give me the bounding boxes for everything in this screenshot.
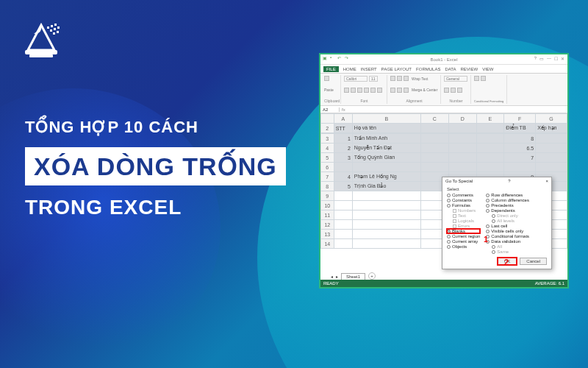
option-objects[interactable]: Objects [447,244,480,249]
cell[interactable] [334,210,352,220]
cell[interactable]: 8 [504,134,536,144]
cell[interactable] [476,144,504,153]
cell[interactable]: Phạm Lê Hồng Ng [352,172,420,182]
cell[interactable] [352,210,420,220]
option-last-cell[interactable]: Last cell [486,224,529,228]
cell[interactable] [536,134,567,144]
option-constants[interactable]: Constants [447,198,480,202]
cell[interactable] [536,163,567,172]
border-icon[interactable] [364,88,369,93]
bold-icon[interactable] [344,88,349,93]
underline-icon[interactable] [357,88,362,93]
cell[interactable]: 6.5 [504,144,536,153]
option-col-diff[interactable]: Column differences [486,198,529,202]
cell[interactable] [352,239,420,249]
table-row[interactable]: 42Nguyễn Tấn Đạt6.5 [321,144,567,153]
font-color-icon[interactable] [377,88,382,93]
cell[interactable] [421,144,449,153]
font-size-select[interactable]: 11 [369,76,378,82]
row-header[interactable]: 6 [321,163,334,172]
sheet-nav-prev-icon[interactable]: ◂ [331,274,333,279]
tab-file[interactable]: FILE [323,66,339,72]
cell[interactable] [448,153,476,163]
cell[interactable] [476,163,504,172]
row-header[interactable]: 12 [321,220,334,230]
cell[interactable]: Trịnh Gia Bảo [352,182,420,191]
row-header[interactable]: 3 [321,134,334,144]
option-data-validation[interactable]: Data validation [486,239,529,244]
cell[interactable] [448,134,476,144]
tab-insert[interactable]: INSERT [361,67,377,71]
cell[interactable] [476,124,504,133]
option-precedents[interactable]: Precedents [486,203,529,208]
cell[interactable]: Xếp hạn [536,124,567,133]
col-header-B[interactable]: B [352,114,420,124]
cell[interactable] [334,191,352,201]
maximize-icon[interactable]: ☐ [554,56,558,61]
row-header[interactable]: 13 [321,230,334,239]
percent-icon[interactable] [451,88,456,93]
col-header-G[interactable]: G [536,114,567,124]
cell[interactable]: Nguyễn Tấn Đạt [352,144,420,153]
cell[interactable] [352,191,420,201]
option-dependents[interactable]: Dependents [486,208,529,213]
row-header[interactable]: 2 [321,124,334,133]
close-window-icon[interactable]: ✕ [561,56,564,61]
cell[interactable]: 1 [334,134,352,144]
row-header[interactable]: 11 [321,210,334,220]
currency-icon[interactable] [444,88,449,93]
option-conditional-formats[interactable]: Conditional formats [486,234,529,238]
cell[interactable] [352,220,420,230]
new-sheet-icon[interactable]: + [368,272,376,280]
col-header-F[interactable]: F [504,114,536,124]
col-header-A[interactable]: A [334,114,352,124]
cell[interactable] [334,239,352,249]
cell[interactable] [352,163,420,172]
tab-formulas[interactable]: FORMULAS [416,67,440,71]
cell[interactable]: Trần Minh Anh [352,134,420,144]
cell[interactable]: 4 [334,172,352,182]
number-format-select[interactable]: General [444,76,467,82]
tab-pagelayout[interactable]: PAGE LAYOUT [381,67,412,71]
cell[interactable] [421,134,449,144]
sheet-tab[interactable]: Sheet1 [341,273,365,280]
tab-view[interactable]: VIEW [482,67,493,71]
cell[interactable] [421,163,449,172]
wrap-text-button[interactable]: Wrap Text [412,77,428,81]
tab-data[interactable]: DATA [445,67,456,71]
table-row[interactable]: 31Trần Minh Anh8 [321,134,567,144]
cell[interactable]: STT [334,124,352,133]
undo-icon[interactable]: ↶ [337,55,343,61]
row-header[interactable]: 4 [321,144,334,153]
cell[interactable]: Họ và tên [352,124,420,133]
option-current-region[interactable]: Current region [447,234,480,238]
select-all-corner[interactable] [321,114,334,124]
option-row-diff[interactable]: Row differences [486,193,529,197]
cell[interactable]: 3 [334,153,352,163]
cell[interactable] [352,201,420,210]
cell[interactable] [476,134,504,144]
cell[interactable] [352,230,420,239]
row-header[interactable]: 14 [321,239,334,249]
dialog-close-icon[interactable]: × [545,179,548,183]
name-box[interactable]: A2 [320,107,340,112]
font-name-select[interactable]: Calibri [344,76,368,82]
cell[interactable] [476,153,504,163]
cell[interactable] [536,153,567,163]
cell[interactable]: Tống Quỳnh Gian [352,153,420,163]
col-header-D[interactable]: D [448,114,476,124]
fx-icon[interactable]: fx [340,107,348,112]
cell[interactable] [536,144,567,153]
align-right-icon[interactable] [404,88,409,93]
cell[interactable] [334,220,352,230]
row-header[interactable]: 5 [321,153,334,163]
format-as-table-icon[interactable] [481,76,486,81]
row-header[interactable]: 9 [321,191,334,201]
merge-center-button[interactable]: Merge & Center [412,88,437,92]
table-row[interactable]: 6 [321,163,567,172]
conditional-formatting-icon[interactable] [474,76,479,81]
dialog-help-icon[interactable]: ? [508,179,510,183]
cell[interactable] [334,230,352,239]
redo-icon[interactable]: ↷ [345,55,351,61]
cell[interactable] [334,163,352,172]
